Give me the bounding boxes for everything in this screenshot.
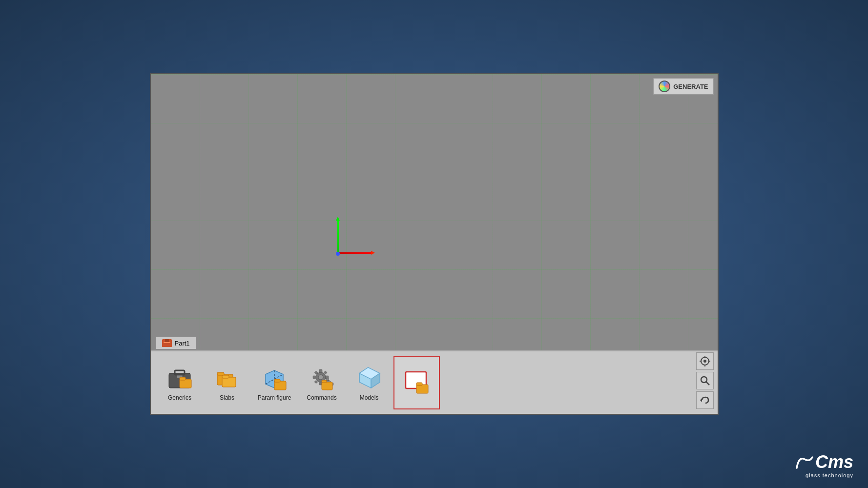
svg-marker-51 — [700, 398, 702, 402]
main-window: GENERATE Part1 — [150, 73, 719, 415]
axis-x — [338, 252, 372, 254]
part-tab[interactable]: Part1 — [156, 337, 196, 349]
svg-rect-2 — [164, 342, 170, 343]
svg-rect-21 — [313, 376, 316, 379]
part-tab-icon — [162, 339, 172, 347]
slabs-icon — [213, 364, 241, 392]
commands-label: Commands — [307, 394, 336, 401]
svg-rect-1 — [165, 339, 169, 342]
cms-logo: Cms glass technology — [796, 452, 853, 478]
svg-rect-19 — [319, 369, 322, 372]
svg-rect-11 — [222, 375, 229, 378]
svg-rect-6 — [180, 379, 191, 388]
outer-background: GENERATE Part1 — [0, 0, 868, 488]
axis-origin-dot — [336, 252, 340, 256]
search-button[interactable] — [696, 372, 714, 389]
svg-point-44 — [703, 360, 706, 363]
undo-button[interactable] — [696, 391, 714, 409]
param-figure-icon — [260, 364, 289, 392]
last-icon — [402, 367, 431, 396]
cms-sub-text: glass technology — [796, 472, 853, 478]
toolbar-item-slabs[interactable]: Slabs — [204, 356, 250, 409]
part-tab-label: Part1 — [175, 340, 190, 347]
generate-label: GENERATE — [673, 83, 708, 90]
toolbar-item-models[interactable]: Models — [346, 356, 393, 409]
cms-brand-text: Cms — [815, 452, 853, 472]
svg-rect-4 — [175, 370, 185, 375]
svg-rect-15 — [274, 381, 286, 390]
toolbar-item-generics[interactable]: Generics — [157, 356, 203, 409]
commands-icon — [308, 364, 336, 392]
toolbar-item-commands[interactable]: Commands — [299, 356, 345, 409]
svg-rect-29 — [327, 378, 329, 380]
generics-icon — [165, 364, 194, 392]
models-icon — [355, 364, 383, 392]
svg-rect-42 — [416, 383, 422, 386]
generate-icon — [659, 81, 670, 92]
svg-rect-7 — [180, 377, 186, 380]
right-toolbar — [696, 352, 714, 409]
axis-y — [337, 220, 339, 254]
svg-line-50 — [706, 382, 709, 386]
svg-rect-41 — [416, 385, 428, 393]
svg-rect-34 — [322, 380, 327, 383]
svg-rect-33 — [322, 382, 332, 390]
generate-button[interactable]: GENERATE — [653, 78, 713, 95]
toolbar-item-last[interactable] — [393, 356, 440, 409]
svg-rect-16 — [274, 379, 280, 382]
models-label: Models — [360, 394, 379, 401]
svg-rect-9 — [217, 372, 224, 375]
viewport[interactable]: GENERATE — [151, 74, 718, 350]
view-options-button[interactable] — [696, 352, 714, 370]
svg-rect-10 — [222, 377, 236, 387]
toolbar-items: Generics Slabs — [155, 351, 442, 414]
generics-label: Generics — [168, 394, 191, 401]
bottom-toolbar: Part1 — [151, 350, 718, 414]
toolbar-item-param-figure[interactable]: Param figure — [251, 356, 298, 409]
slabs-label: Slabs — [220, 394, 234, 401]
svg-point-18 — [318, 375, 323, 380]
param-figure-label: Param figure — [258, 394, 291, 401]
svg-point-49 — [701, 377, 707, 383]
